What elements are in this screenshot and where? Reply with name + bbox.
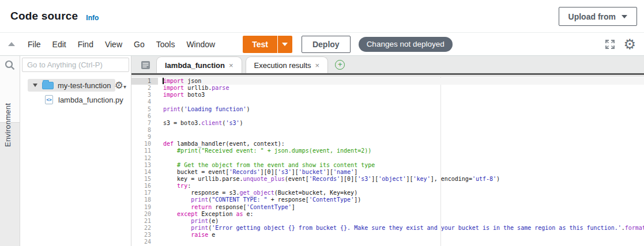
code-line[interactable]: print("CONTENT TYPE: " + response['Conte…	[163, 196, 644, 203]
code-line[interactable]: import boto3	[163, 92, 644, 99]
code-line[interactable]: except Exception as e:	[163, 211, 644, 218]
tab-lambda_function[interactable]: lambda_function×	[156, 56, 242, 73]
menu-tools[interactable]: Tools	[150, 40, 181, 49]
code-line[interactable]: print('Loading function')	[163, 106, 644, 113]
code-line[interactable]: print('Error getting object {} from buck…	[163, 225, 644, 232]
line-number-gutter[interactable]: 123456789101112131415161718192021222324	[131, 78, 158, 245]
line-number[interactable]: 17	[131, 190, 158, 196]
editor-pane: lambda_function×Execution results× + 123…	[131, 56, 644, 246]
code-line[interactable]: return response['ContentType']	[163, 204, 644, 211]
code-line[interactable]	[163, 155, 644, 162]
line-number[interactable]: 21	[131, 218, 158, 225]
code-token: )	[239, 120, 243, 126]
search-icon[interactable]	[4, 59, 16, 71]
line-number[interactable]: 8	[131, 127, 158, 134]
code-editor[interactable]: 123456789101112131415161718192021222324 …	[131, 77, 644, 246]
line-number[interactable]: 2	[131, 85, 158, 92]
folder-name: my-test-function	[58, 81, 111, 90]
tree-folder-row[interactable]: my-test-function - / ⚙▾	[20, 79, 131, 92]
line-number[interactable]: 16	[131, 183, 158, 190]
line-number[interactable]: 22	[131, 225, 158, 232]
line-number[interactable]: 6	[131, 113, 158, 120]
code-line[interactable]: key = urllib.parse.unquote_plus(event['R…	[163, 176, 644, 183]
test-button[interactable]: Test	[243, 36, 277, 53]
line-number[interactable]: 20	[131, 211, 158, 218]
test-dropdown-button[interactable]	[277, 36, 292, 53]
line-number[interactable]: 11	[131, 147, 158, 154]
environment-tab-label[interactable]: Environment	[3, 74, 12, 176]
folder-icon	[42, 82, 54, 89]
line-number[interactable]: 3	[131, 92, 158, 99]
deploy-button[interactable]: Deploy	[302, 36, 351, 53]
code-token: import	[163, 85, 184, 91]
code-line[interactable]: # Get the object from the event and show…	[163, 162, 644, 169]
code-token: 'Records'	[309, 176, 340, 182]
tree-settings-gear-icon[interactable]: ⚙▾	[115, 80, 126, 92]
goto-anything-input[interactable]	[22, 58, 129, 72]
line-number[interactable]: 19	[131, 204, 158, 211]
menu-edit[interactable]: Edit	[47, 40, 72, 49]
code-line[interactable]: s3 = boto3.client('s3')	[163, 120, 644, 127]
line-number[interactable]: 24	[131, 239, 158, 245]
collapse-panel-icon[interactable]	[8, 42, 15, 46]
tab-close-icon[interactable]: ×	[229, 61, 234, 70]
info-link[interactable]: Info	[86, 14, 99, 22]
tab-list-icon[interactable]	[141, 60, 150, 70]
code-token: ][	[406, 176, 413, 182]
line-number[interactable]: 5	[131, 106, 158, 113]
line-number[interactable]: 12	[131, 155, 158, 162]
code-line[interactable]: bucket = event['Records'][0]['s3']['buck…	[163, 169, 644, 176]
code-token	[163, 211, 177, 217]
code-token: 's3'	[357, 176, 371, 182]
code-line[interactable]	[163, 239, 644, 245]
menu-find[interactable]: Find	[72, 40, 99, 49]
code-line[interactable]: import urllib.parse	[163, 85, 644, 92]
code-token: ][0][	[261, 169, 278, 175]
code-line[interactable]: raise e	[163, 232, 644, 239]
code-token: import	[163, 92, 184, 98]
code-token	[163, 204, 191, 210]
code-token: except	[177, 211, 198, 217]
new-tab-plus-icon[interactable]: +	[335, 60, 345, 70]
code-line[interactable]: def lambda_handler(event, context):	[163, 141, 644, 147]
line-number[interactable]: 14	[131, 169, 158, 176]
menu-window[interactable]: Window	[180, 40, 221, 49]
code-token: def	[163, 141, 174, 147]
menu-view[interactable]: View	[99, 40, 128, 49]
code-line[interactable]	[163, 113, 644, 120]
code-line[interactable]: import json	[163, 78, 644, 85]
code-line[interactable]: print(e)	[163, 218, 644, 225]
code-line[interactable]: try:	[163, 183, 644, 190]
menu-go[interactable]: Go	[128, 40, 150, 49]
settings-gear-icon[interactable]: ⚙	[623, 39, 636, 50]
code-line[interactable]	[163, 127, 644, 134]
tab-close-icon[interactable]: ×	[315, 61, 320, 70]
line-number[interactable]: 15	[131, 176, 158, 183]
code-line[interactable]: #print("Received event: " + json.dumps(e…	[163, 147, 644, 154]
line-number[interactable]: 4	[131, 99, 158, 105]
line-number[interactable]: 9	[131, 134, 158, 141]
code-line[interactable]	[163, 99, 644, 105]
line-number[interactable]: 13	[131, 162, 158, 169]
menu-file[interactable]: File	[22, 40, 47, 49]
code-token: 'Loading function'	[184, 106, 246, 112]
code-content[interactable]: import jsonimport urllib.parseimport bot…	[163, 78, 644, 245]
line-number[interactable]: 18	[131, 196, 158, 203]
code-token: as	[236, 211, 243, 217]
code-token: try	[177, 183, 187, 189]
fullscreen-icon[interactable]	[605, 39, 615, 50]
line-number[interactable]: 23	[131, 232, 158, 239]
line-number[interactable]: 7	[131, 120, 158, 127]
tabs-container: lambda_function×Execution results×	[156, 56, 332, 73]
code-line[interactable]	[163, 134, 644, 141]
upload-from-button[interactable]: Upload from	[559, 7, 637, 26]
code-line[interactable]: response = s3.get_object(Bucket=bucket, …	[163, 190, 644, 196]
tab-execution-results[interactable]: Execution results×	[246, 56, 329, 73]
tree-file-row[interactable]: <> lambda_function.py	[20, 93, 131, 106]
chevron-down-icon[interactable]	[33, 84, 37, 87]
page-title: Code source	[10, 10, 78, 22]
line-number[interactable]: 10	[131, 141, 158, 147]
code-token: lambda_handler(event, context):	[174, 141, 285, 147]
code-token: print	[191, 218, 208, 224]
line-number[interactable]: 1	[131, 78, 158, 85]
